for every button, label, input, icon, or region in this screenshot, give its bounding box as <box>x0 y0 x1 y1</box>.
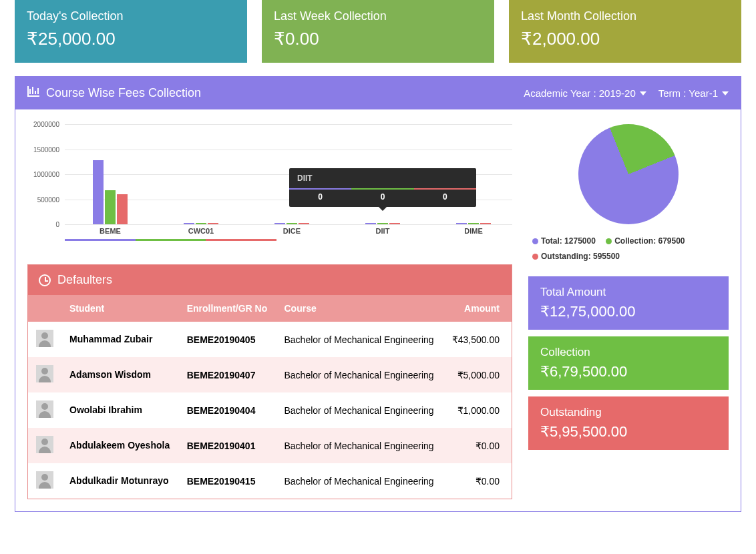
summary-box: Outstanding₹5,95,500.00 <box>528 396 729 450</box>
stat-label: Last Week Collection <box>274 9 482 23</box>
stat-card-lastweek: Last Week Collection ₹0.00 <box>262 0 494 63</box>
student-name: Muhammad Zubair <box>61 322 179 357</box>
chevron-down-icon <box>722 91 729 95</box>
course-fees-panel: Course Wise Fees Collection Academic Yea… <box>15 76 741 512</box>
enrollment-no: BEME20190401 <box>179 428 276 463</box>
academic-year-dropdown[interactable]: Academic Year : 2019-20 <box>524 87 646 99</box>
course-name: Bachelor of Mechanical Engineering <box>276 392 443 428</box>
enrollment-no: BEME20190405 <box>179 322 276 357</box>
avatar <box>36 471 53 489</box>
amount: ₹0.00 <box>443 428 512 463</box>
stat-label: Last Month Collection <box>521 9 729 23</box>
amount: ₹5,000.00 <box>443 357 512 392</box>
stat-value: ₹0.00 <box>274 29 482 49</box>
student-name: Adamson Wisdom <box>61 357 179 392</box>
term-dropdown[interactable]: Term : Year-1 <box>658 87 729 99</box>
panel-title: Course Wise Fees Collection <box>46 86 201 100</box>
avatar <box>36 436 53 453</box>
course-name: Bachelor of Mechanical Engineering <box>276 428 443 463</box>
top-stat-cards: Today's Collection ₹25,000.00 Last Week … <box>0 0 756 73</box>
summary-box: Collection₹6,79,500.00 <box>528 336 729 390</box>
stat-value: ₹2,000.00 <box>521 29 729 49</box>
clock-icon <box>39 274 51 286</box>
course-name: Bachelor of Mechanical Engineering <box>276 463 443 499</box>
course-name: Bachelor of Mechanical Engineering <box>276 322 443 357</box>
enrollment-no: BEME20190415 <box>179 463 276 499</box>
defaulters-table: StudentEnrollment/GR NoCourseAmount Muha… <box>28 295 512 499</box>
stat-card-lastmonth: Last Month Collection ₹2,000.00 <box>509 0 741 63</box>
chevron-down-icon <box>640 91 646 95</box>
enrollment-no: BEME20190407 <box>179 357 276 392</box>
panel-header: Course Wise Fees Collection Academic Yea… <box>15 77 741 109</box>
avatar <box>36 330 53 347</box>
amount: ₹0.00 <box>443 463 512 499</box>
defaulters-header: Defaulters <box>28 265 512 295</box>
summary-box: Total Amount₹12,75,000.00 <box>528 276 729 330</box>
student-name: Abdulkadir Motunrayo <box>61 463 179 499</box>
table-row[interactable]: Abdulakeem OyesholaBEME20190401Bachelor … <box>28 428 512 463</box>
student-name: Owolabi Ibrahim <box>61 392 179 428</box>
summary-pie-chart[interactable]: Total: 1275000 Collection: 679500 Outsta… <box>528 124 729 264</box>
course-fees-bar-chart[interactable]: 0500000100000015000002000000BEMECWC01DIC… <box>27 124 512 251</box>
stat-card-today: Today's Collection ₹25,000.00 <box>15 0 247 63</box>
enrollment-no: BEME20190404 <box>179 392 276 428</box>
table-row[interactable]: Adamson WisdomBEME20190407Bachelor of Me… <box>28 357 512 392</box>
avatar <box>36 365 53 382</box>
table-row[interactable]: Muhammad ZubairBEME20190405Bachelor of M… <box>28 322 512 357</box>
amount: ₹43,500.00 <box>443 322 512 357</box>
bar-chart-icon <box>27 86 39 100</box>
table-row[interactable]: Owolabi IbrahimBEME20190404Bachelor of M… <box>28 392 512 428</box>
stat-label: Today's Collection <box>27 9 235 23</box>
defaulters-card: Defaulters StudentEnrollment/GR NoCourse… <box>27 264 512 499</box>
amount: ₹1,000.00 <box>443 392 512 428</box>
course-name: Bachelor of Mechanical Engineering <box>276 357 443 392</box>
avatar <box>36 400 53 418</box>
table-row[interactable]: Abdulkadir MotunrayoBEME20190415Bachelor… <box>28 463 512 499</box>
stat-value: ₹25,000.00 <box>27 29 235 49</box>
chart-tooltip: DIIT000 <box>289 168 476 207</box>
student-name: Abdulakeem Oyeshola <box>61 428 179 463</box>
